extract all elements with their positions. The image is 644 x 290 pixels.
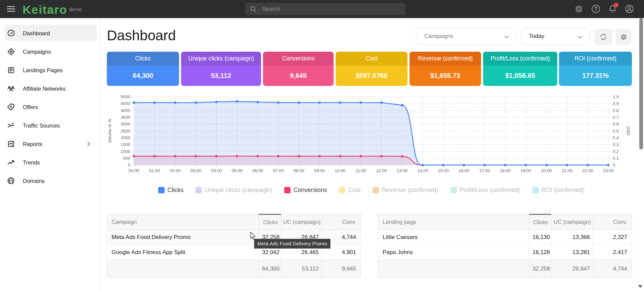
svg-text:00:00: 00:00 (128, 168, 139, 173)
svg-text:0.4: 0.4 (613, 135, 619, 140)
svg-text:3000: 3000 (121, 122, 130, 127)
svg-text:1500: 1500 (121, 142, 130, 147)
svg-text:10:00: 10:00 (335, 168, 346, 173)
svg-text:USD: USD (626, 126, 631, 135)
svg-text:3500: 3500 (121, 115, 130, 120)
svg-text:0.1: 0.1 (613, 156, 619, 161)
svg-text:22:00: 22:00 (582, 168, 593, 173)
svg-text:13:00: 13:00 (397, 168, 408, 173)
svg-text:1000: 1000 (121, 149, 130, 154)
svg-text:05:00: 05:00 (231, 168, 243, 173)
svg-text:06:00: 06:00 (252, 168, 263, 173)
svg-text:02:00: 02:00 (170, 168, 181, 173)
svg-text:1.0: 1.0 (613, 94, 619, 99)
svg-text:08:00: 08:00 (294, 168, 305, 173)
svg-text:04:00: 04:00 (211, 168, 222, 173)
svg-text:12:00: 12:00 (376, 168, 387, 173)
svg-text:0.2: 0.2 (613, 149, 619, 154)
svg-text:4000: 4000 (121, 108, 130, 113)
svg-text:0: 0 (613, 162, 615, 167)
svg-text:23:00: 23:00 (603, 168, 614, 173)
svg-text:2500: 2500 (121, 129, 130, 134)
svg-text:14:00: 14:00 (417, 168, 428, 173)
svg-text:0.3: 0.3 (613, 142, 619, 147)
svg-text:18:00: 18:00 (500, 168, 511, 173)
svg-text:500: 500 (123, 156, 130, 161)
svg-text:17:00: 17:00 (479, 168, 490, 173)
svg-text:03:00: 03:00 (190, 168, 202, 173)
svg-text:5000: 5000 (121, 94, 130, 99)
svg-text:0.9: 0.9 (613, 101, 619, 106)
svg-text:15:00: 15:00 (438, 168, 449, 173)
svg-text:09:00: 09:00 (314, 168, 325, 173)
svg-text:16:00: 16:00 (459, 168, 470, 173)
svg-text:01:00: 01:00 (149, 168, 160, 173)
svg-text:0.6: 0.6 (613, 122, 619, 127)
svg-text:0.8: 0.8 (613, 108, 619, 113)
svg-text:2000: 2000 (121, 135, 130, 140)
svg-text:19:00: 19:00 (520, 168, 531, 173)
svg-text:0: 0 (128, 162, 130, 167)
svg-text:0.5: 0.5 (613, 129, 619, 134)
svg-text:20:00: 20:00 (541, 168, 552, 173)
svg-text:21:00: 21:00 (562, 168, 573, 173)
svg-text:11:00: 11:00 (355, 168, 366, 173)
svg-text:Volume or %: Volume or % (107, 118, 112, 143)
svg-text:4500: 4500 (121, 101, 130, 106)
svg-text:0.7: 0.7 (613, 115, 619, 120)
svg-text:07:00: 07:00 (273, 168, 284, 173)
